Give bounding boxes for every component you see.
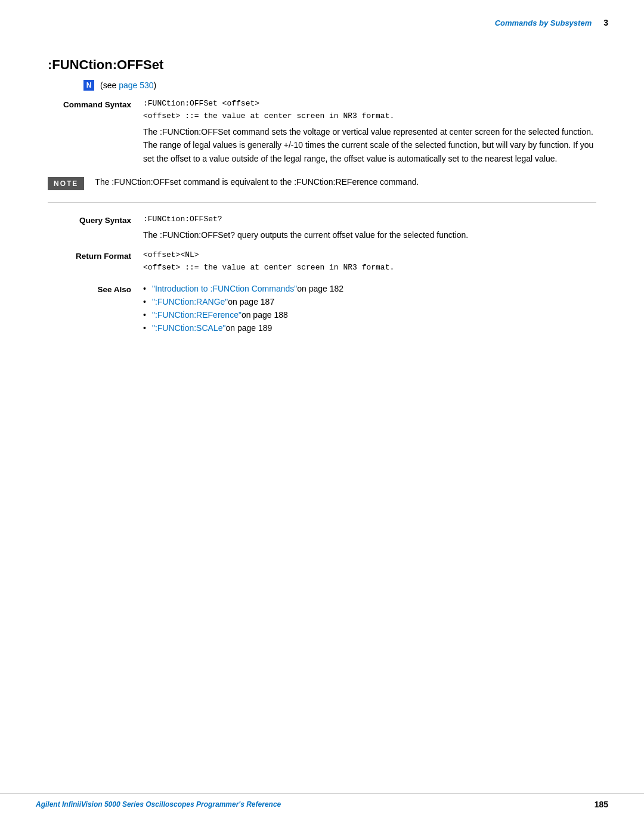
- n-badge-row: N (see page 530): [83, 80, 596, 91]
- header-section-title: Commands by Subsystem: [495, 18, 592, 27]
- see-also-suffix-4: on page 189: [225, 323, 272, 333]
- query-syntax-content: :FUNCtion:OFFSet? The :FUNCtion:OFFSet? …: [143, 215, 596, 241]
- command-description: The :FUNCtion:OFFSet command sets the vo…: [143, 125, 596, 165]
- list-item: ":FUNCtion:REFerence" on page 188: [143, 310, 596, 320]
- command-syntax-row: Command Syntax :FUNCtion:OFFSet <offset>…: [48, 99, 596, 165]
- return-format-mono2: <offset> ::= the value at center screen …: [143, 263, 596, 272]
- page-footer: Agilent InfiniiVision 5000 Series Oscill…: [0, 793, 644, 815]
- section-divider: [48, 202, 596, 203]
- see-also-list: "Introduction to :FUNCtion Commands" on …: [143, 284, 596, 333]
- note-text: The :FUNCtion:OFFset command is equivale…: [95, 176, 419, 188]
- see-also-content: "Introduction to :FUNCtion Commands" on …: [143, 284, 596, 336]
- page-header: Commands by Subsystem 3: [0, 0, 644, 33]
- section-title: :FUNCtion:OFFSet: [48, 57, 596, 73]
- footer-title: Agilent InfiniiVision 5000 Series Oscill…: [36, 800, 281, 809]
- return-format-row: Return Format <offset><NL> <offset> ::= …: [48, 250, 596, 275]
- see-also-link-3[interactable]: ":FUNCtion:REFerence": [152, 310, 242, 320]
- see-also-link-2[interactable]: ":FUNCtion:RANGe": [152, 297, 228, 306]
- see-also-suffix-1: on page 182: [297, 284, 343, 293]
- query-syntax-row: Query Syntax :FUNCtion:OFFSet? The :FUNC…: [48, 215, 596, 241]
- return-format-code: <offset><NL>: [143, 250, 596, 259]
- footer-page-number: 185: [595, 800, 608, 809]
- query-syntax-label: Query Syntax: [48, 215, 143, 225]
- return-format-label: Return Format: [48, 250, 143, 261]
- see-also-row: See Also "Introduction to :FUNCtion Comm…: [48, 284, 596, 336]
- main-content: :FUNCtion:OFFSet N (see page 530) Comman…: [0, 33, 644, 366]
- header-page-number: 3: [603, 18, 608, 27]
- list-item: "Introduction to :FUNCtion Commands" on …: [143, 284, 596, 293]
- see-also-link-4[interactable]: ":FUNCtion:SCALe": [152, 323, 226, 333]
- query-syntax-code: :FUNCtion:OFFSet?: [143, 215, 596, 224]
- command-syntax-content: :FUNCtion:OFFSet <offset> <offset> ::= t…: [143, 99, 596, 165]
- query-description: The :FUNCtion:OFFSet? query outputs the …: [143, 228, 596, 241]
- note-badge: NOTE: [48, 177, 84, 190]
- return-format-content: <offset><NL> <offset> ::= the value at c…: [143, 250, 596, 275]
- note-row: NOTE The :FUNCtion:OFFset command is equ…: [48, 176, 596, 190]
- see-also-label: See Also: [48, 284, 143, 294]
- see-also-suffix-2: on page 187: [228, 297, 274, 306]
- see-also-link-1[interactable]: "Introduction to :FUNCtion Commands": [152, 284, 297, 293]
- list-item: ":FUNCtion:RANGe" on page 187: [143, 297, 596, 306]
- command-syntax-mono2: <offset> ::= the value at center screen …: [143, 112, 596, 120]
- command-syntax-label: Command Syntax: [48, 99, 143, 109]
- see-page-link[interactable]: page 530: [119, 80, 153, 90]
- see-page-text: (see page 530): [100, 80, 156, 90]
- list-item: ":FUNCtion:SCALe" on page 189: [143, 323, 596, 333]
- page: Commands by Subsystem 3 :FUNCtion:OFFSet…: [0, 0, 644, 833]
- see-also-suffix-3: on page 188: [242, 310, 288, 320]
- command-syntax-code: :FUNCtion:OFFSet <offset>: [143, 99, 596, 108]
- n-badge: N: [83, 80, 94, 91]
